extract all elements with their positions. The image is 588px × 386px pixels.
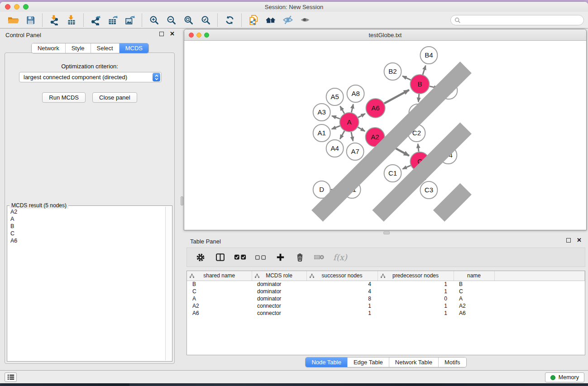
memory-button[interactable]: Memory: [545, 372, 584, 382]
run-mcds-button[interactable]: Run MCDS: [42, 92, 86, 103]
table-cell[interactable]: dominator: [252, 281, 306, 288]
table-cell[interactable]: A2: [454, 302, 494, 310]
table-cell[interactable]: C: [187, 288, 252, 295]
vertical-split-divider[interactable]: [180, 29, 184, 370]
mcds-result-item[interactable]: A2: [10, 208, 164, 215]
close-panel-icon[interactable]: ✕: [170, 32, 175, 36]
mcds-result-item[interactable]: B: [10, 223, 164, 230]
show-panels-button[interactable]: [5, 372, 17, 382]
tab-edge-table[interactable]: Edge Table: [347, 357, 389, 367]
zoom-out-button[interactable]: [163, 13, 180, 27]
table-cell[interactable]: A2: [187, 302, 252, 310]
table-cell[interactable]: A6: [187, 310, 252, 317]
network-close-button[interactable]: [189, 33, 194, 38]
zoom-in-button[interactable]: [145, 13, 163, 27]
criterion-dropdown[interactable]: largest connected component (directed): [19, 72, 162, 82]
houses-button[interactable]: [262, 13, 279, 27]
table-cell[interactable]: 1: [378, 281, 454, 288]
table-cell[interactable]: 1: [378, 288, 454, 295]
tab-style[interactable]: Style: [65, 43, 91, 53]
column-header-predecessor-nodes[interactable]: predecessor nodes: [378, 271, 454, 281]
table-row[interactable]: Bdominator41B: [187, 281, 585, 288]
float-panel-icon[interactable]: [159, 32, 164, 36]
table-cell[interactable]: 1: [306, 310, 378, 317]
network-maximize-button[interactable]: [204, 33, 209, 38]
table-cell[interactable]: 1: [306, 302, 378, 310]
table-cell[interactable]: dominator: [252, 295, 306, 302]
table-cell[interactable]: B: [187, 281, 252, 288]
deselect-all-button[interactable]: [255, 250, 266, 264]
table-cell[interactable]: connector: [252, 302, 306, 310]
tab-network-table[interactable]: Network Table: [389, 357, 438, 367]
table-row[interactable]: Adominator80A: [187, 295, 585, 302]
table-cell[interactable]: dominator: [252, 288, 306, 295]
table-cell[interactable]: 8: [306, 295, 378, 302]
close-window-button[interactable]: [5, 4, 10, 10]
export-table-button[interactable]: [104, 13, 121, 27]
network-minimize-button[interactable]: [196, 33, 201, 38]
close-panel-icon[interactable]: ✕: [577, 238, 582, 243]
mcds-result-item[interactable]: C: [10, 230, 164, 237]
mcds-result-item[interactable]: A6: [10, 237, 164, 244]
import-table-button[interactable]: [63, 13, 80, 27]
network-view-window: testGlobe.txt B4 B2 B B3 A8 A5 A6 A3 B1 …: [184, 29, 587, 230]
table-cell[interactable]: 4: [306, 281, 378, 288]
import-network-button[interactable]: [46, 13, 63, 27]
export-image-button[interactable]: [121, 13, 139, 27]
table-cell[interactable]: 4: [306, 288, 378, 295]
divider-grip[interactable]: [383, 231, 390, 234]
minimize-window-button[interactable]: [14, 4, 19, 10]
eye-slash-button[interactable]: [279, 13, 296, 27]
hierarchy-icon: [310, 273, 314, 280]
table-cell[interactable]: A6: [454, 310, 494, 317]
table-row[interactable]: A6connector11A6: [187, 310, 585, 317]
divider-grip[interactable]: [181, 196, 183, 205]
open-session-button[interactable]: [5, 13, 22, 27]
table-cell[interactable]: A: [454, 295, 494, 302]
column-header-name[interactable]: name: [454, 271, 494, 281]
clone-network-button[interactable]: [245, 13, 262, 27]
eye-button[interactable]: [296, 13, 314, 27]
export-network-button[interactable]: [87, 13, 104, 27]
table-cell[interactable]: A: [187, 295, 252, 302]
select-all-button[interactable]: [234, 250, 246, 264]
table-row[interactable]: A2connector11A2: [187, 302, 585, 310]
toolbar-separator: [83, 14, 84, 27]
column-header-MCDS-role[interactable]: MCDS role: [252, 271, 306, 281]
mcds-result-item[interactable]: A: [10, 215, 164, 223]
search-input[interactable]: [461, 17, 580, 24]
table-cell[interactable]: 0: [378, 295, 454, 302]
column-header-successor-nodes[interactable]: successor nodes: [306, 271, 378, 281]
table-cell[interactable]: B: [454, 281, 494, 288]
zoom-fit-button[interactable]: [180, 13, 197, 27]
resize-grip-icon[interactable]: [184, 40, 586, 229]
delete-entry-button[interactable]: [294, 250, 305, 264]
search-box[interactable]: [450, 15, 584, 25]
table-cell[interactable]: C: [454, 288, 494, 295]
split-panel-button[interactable]: [215, 250, 225, 264]
formula-button[interactable]: f(x): [333, 250, 347, 264]
tab-mcds[interactable]: MCDS: [119, 43, 148, 53]
table-cell[interactable]: connector: [252, 310, 306, 317]
table-cell[interactable]: 1: [378, 302, 454, 310]
tab-select[interactable]: Select: [91, 43, 119, 53]
tab-motifs[interactable]: Motifs: [438, 357, 466, 367]
refresh-button[interactable]: [221, 13, 238, 27]
network-canvas[interactable]: B4 B2 B B3 A8 A5 A6 A3 B1 A A1 C2 A2 A4 …: [184, 41, 586, 230]
result-scrollbar[interactable]: [165, 207, 171, 360]
delete-table-button[interactable]: [314, 250, 325, 264]
split-panel-icon: [215, 252, 225, 262]
tab-network[interactable]: Network: [32, 43, 65, 53]
float-panel-icon[interactable]: [566, 238, 571, 243]
settings-gear-button[interactable]: [195, 250, 206, 264]
zoom-selected-button[interactable]: [197, 13, 214, 27]
close-panel-button[interactable]: Close panel: [92, 92, 137, 103]
table-row[interactable]: Cdominator41C: [187, 288, 585, 295]
table-cell[interactable]: 1: [378, 310, 454, 317]
tab-node-table[interactable]: Node Table: [306, 357, 347, 367]
horizontal-split-divider[interactable]: [184, 230, 588, 235]
column-header-shared-name[interactable]: shared name: [187, 271, 252, 281]
add-entry-button[interactable]: [275, 250, 286, 264]
maximize-window-button[interactable]: [23, 4, 29, 10]
save-session-button[interactable]: [22, 13, 39, 27]
